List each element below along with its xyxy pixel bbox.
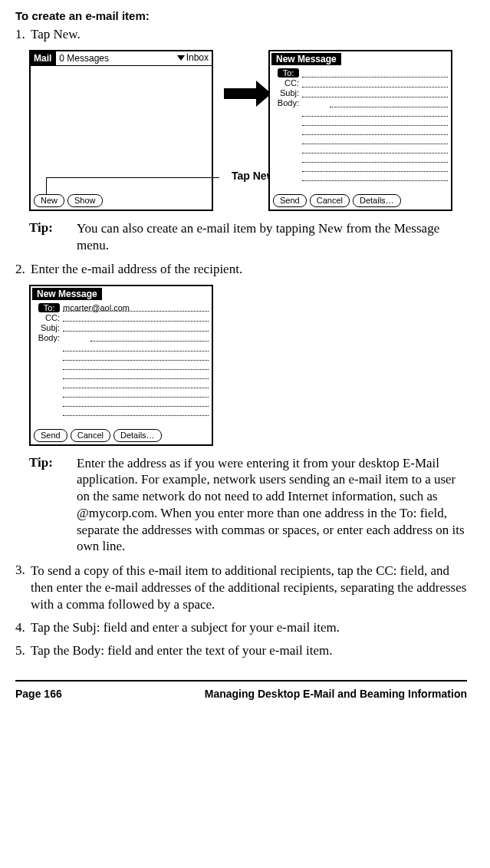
- step-2-number: 2.: [15, 262, 31, 277]
- step-4-text: Tap the Subj: field and enter a subject …: [31, 620, 467, 635]
- inbox-message-count: 0 Messages: [59, 53, 109, 64]
- footer-chapter-title: Managing Desktop E-Mail and Beaming Info…: [205, 688, 467, 700]
- newmsg-title: New Message: [271, 53, 341, 65]
- newmsg2-subj-row: Subj:: [34, 323, 209, 332]
- inbox-folder-label: Inbox: [186, 52, 209, 63]
- arrow-body: [224, 88, 258, 99]
- step-1-text: Tap New.: [31, 27, 467, 42]
- newmsg2-body-line[interactable]: [63, 343, 209, 351]
- tip-2-label: Tip:: [29, 455, 77, 556]
- tip-1-text: You can also create an e-mail item by ta…: [77, 220, 467, 254]
- newmsg-body-line[interactable]: [302, 163, 448, 172]
- newmsg2-cc-row: CC:: [34, 313, 209, 322]
- newmsg-details-button[interactable]: Details…: [353, 194, 401, 207]
- newmsg-body-field[interactable]: [330, 99, 448, 107]
- newmsg-body-line[interactable]: [302, 127, 448, 135]
- device-newmsg-blank: New Message To: CC: Subj: Body:: [268, 50, 452, 211]
- newmsg-body-label[interactable]: Body:: [273, 98, 299, 107]
- tip-1: Tip: You can also create an e-mail item …: [29, 220, 467, 254]
- step-3-text: To send a copy of this e-mail item to ad…: [31, 563, 467, 612]
- newmsg2-body-line[interactable]: [63, 361, 209, 370]
- arrow-icon: [213, 88, 268, 99]
- newmsg-footer: Send Cancel Details…: [273, 194, 448, 207]
- newmsg-to-row: To:: [273, 68, 448, 78]
- newmsg2-body-line[interactable]: [63, 398, 209, 407]
- section-heading: To create an e-mail item:: [15, 9, 467, 22]
- newmsg2-cc-label[interactable]: CC:: [34, 313, 60, 322]
- newmsg-body-line[interactable]: [302, 154, 448, 163]
- step-2: 2. Enter the e-mail address of the recip…: [15, 262, 467, 277]
- newmsg-to-field[interactable]: [302, 69, 448, 78]
- newmsg2-body-line[interactable]: [63, 380, 209, 388]
- newmsg-body-line[interactable]: [302, 117, 448, 126]
- newmsg2-details-button[interactable]: Details…: [113, 429, 162, 442]
- inbox-new-button[interactable]: New: [34, 194, 64, 207]
- step-1: 1. Tap New.: [15, 27, 467, 42]
- newmsg-body-line[interactable]: [302, 108, 448, 117]
- newmsg2-send-button[interactable]: Send: [34, 429, 67, 442]
- newmsg2-body-label[interactable]: Body:: [34, 333, 60, 342]
- newmsg2-body-row: Body:: [34, 333, 209, 342]
- newmsg-body-line[interactable]: [302, 136, 448, 144]
- newmsg-subj-field[interactable]: [302, 89, 448, 97]
- newmsg-cc-label[interactable]: CC:: [273, 78, 299, 87]
- newmsg2-body-field[interactable]: [90, 333, 209, 342]
- newmsg-subj-row: Subj:: [273, 88, 448, 97]
- newmsg-cc-row: CC:: [273, 78, 448, 87]
- inbox-body: [34, 67, 209, 191]
- device-inbox: Mail 0 Messages Inbox New Show: [29, 50, 213, 211]
- device-newmsg-filled: New Message To: mcarter@aol.com CC: Subj…: [29, 285, 213, 446]
- newmsg-header: New Message: [270, 51, 451, 67]
- tip-2-text: Enter the address as if you were enterin…: [77, 455, 467, 556]
- newmsg2-body-line[interactable]: [63, 389, 209, 398]
- newmsg-cc-field[interactable]: [302, 79, 448, 87]
- newmsg2-body-line[interactable]: [63, 371, 209, 379]
- footer-page-number: Page 166: [15, 688, 62, 700]
- newmsg2-to-label[interactable]: To:: [38, 303, 60, 312]
- newmsg2-body-line[interactable]: [63, 408, 209, 416]
- callout-line-vert: [46, 177, 47, 194]
- inbox-header: Mail 0 Messages Inbox: [31, 51, 212, 66]
- newmsg2-cc-field[interactable]: [63, 313, 209, 322]
- newmsg2-subj-label[interactable]: Subj:: [34, 323, 60, 332]
- step-3: 3. To send a copy of this e-mail item to…: [15, 563, 467, 612]
- step-4: 4. Tap the Subj: field and enter a subje…: [15, 620, 467, 635]
- newmsg2-title: New Message: [32, 288, 102, 300]
- inbox-footer: New Show: [34, 194, 209, 207]
- newmsg-body-line[interactable]: [302, 173, 448, 181]
- tip-2: Tip: Enter the address as if you were en…: [29, 455, 467, 556]
- step-3-number: 3.: [15, 563, 31, 612]
- newmsg2-header: New Message: [31, 286, 212, 302]
- dropdown-triangle-icon: [177, 55, 185, 61]
- inbox-app-title: Mail: [31, 51, 56, 65]
- newmsg2-body-line[interactable]: [63, 352, 209, 361]
- page-footer: Page 166 Managing Desktop E-Mail and Bea…: [15, 680, 467, 700]
- tip-1-label: Tip:: [29, 220, 77, 254]
- inbox-show-button[interactable]: Show: [67, 194, 103, 207]
- newmsg2-subj-field[interactable]: [63, 323, 209, 332]
- newmsg-send-button[interactable]: Send: [273, 194, 307, 207]
- step-5-text: Tap the Body: field and enter the text o…: [31, 643, 467, 658]
- figure-2: New Message To: mcarter@aol.com CC: Subj…: [29, 285, 467, 446]
- newmsg2-to-row: To: mcarter@aol.com: [34, 303, 209, 312]
- step-4-number: 4.: [15, 620, 31, 635]
- step-1-number: 1.: [15, 27, 31, 42]
- newmsg-subj-label[interactable]: Subj:: [273, 88, 299, 97]
- newmsg2-to-field[interactable]: mcarter@aol.com: [63, 303, 209, 312]
- step-5: 5. Tap the Body: field and enter the tex…: [15, 643, 467, 658]
- newmsg2-to-value: mcarter@aol.com: [63, 303, 131, 312]
- step-5-number: 5.: [15, 643, 31, 658]
- newmsg-cancel-button[interactable]: Cancel: [310, 194, 350, 207]
- inbox-folder-dropdown[interactable]: Inbox: [177, 52, 209, 63]
- newmsg2-cancel-button[interactable]: Cancel: [71, 429, 110, 442]
- newmsg-body-line[interactable]: [302, 145, 448, 153]
- newmsg-to-label[interactable]: To:: [278, 68, 299, 78]
- figure-1: Mail 0 Messages Inbox New Show Tap New: [29, 50, 467, 211]
- newmsg2-footer: Send Cancel Details…: [34, 429, 209, 442]
- newmsg-body-row: Body:: [273, 98, 448, 107]
- step-2-text: Enter the e-mail address of the recipien…: [31, 262, 467, 277]
- callout-line: [46, 177, 219, 178]
